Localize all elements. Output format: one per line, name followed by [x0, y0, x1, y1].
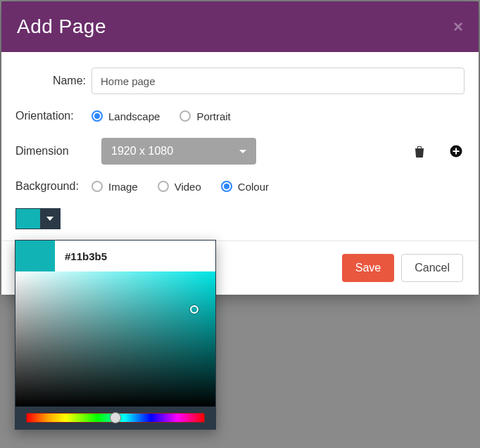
orientation-label: Orientation:: [15, 110, 91, 122]
color-swatch: [16, 209, 40, 229]
radio-dot-icon: [179, 110, 191, 122]
hue-slider-wrap: [15, 407, 215, 429]
dimension-select[interactable]: 1920 x 1080: [101, 138, 256, 165]
color-swatch-trigger[interactable]: [15, 208, 61, 229]
background-row: Background: Image Video Colour: [15, 180, 465, 193]
delete-dimension-button[interactable]: [411, 143, 428, 160]
radio-label: Colour: [238, 181, 269, 193]
sv-handle-icon[interactable]: [190, 305, 198, 314]
hue-handle-icon[interactable]: [110, 412, 121, 423]
orientation-landscape-radio[interactable]: Landscape: [91, 110, 160, 122]
color-picker-swatch: [15, 241, 55, 271]
svg-rect-2: [453, 151, 460, 152]
modal-title: Add Page: [17, 15, 106, 38]
swatch-dropdown-button[interactable]: [40, 209, 60, 229]
color-picker-popover: #11b3b5: [15, 240, 216, 430]
radio-label: Landscape: [108, 110, 160, 122]
orientation-group: Landscape Portrait: [91, 110, 231, 122]
save-button[interactable]: Save: [342, 254, 394, 282]
radio-dot-icon: [221, 181, 232, 192]
chevron-down-icon: [239, 150, 246, 153]
cancel-button[interactable]: Cancel: [401, 254, 463, 282]
radio-dot-icon: [158, 181, 169, 192]
add-dimension-button[interactable]: [448, 143, 465, 160]
plus-circle-icon: [450, 145, 462, 158]
modal-header: Add Page ×: [1, 1, 479, 52]
saturation-value-area[interactable]: [15, 271, 215, 407]
color-hex-value[interactable]: #11b3b5: [65, 250, 107, 262]
background-group: Image Video Colour: [91, 181, 269, 193]
swatch-row: [15, 208, 465, 229]
name-label: Name:: [15, 75, 91, 87]
background-label: Background:: [15, 180, 91, 193]
name-row: Name:: [15, 68, 465, 94]
background-colour-radio[interactable]: Colour: [221, 181, 269, 193]
orientation-row: Orientation: Landscape Portrait: [15, 110, 465, 122]
color-picker-header: #11b3b5: [15, 241, 215, 271]
radio-dot-icon: [91, 110, 103, 122]
dimension-row: Dimension 1920 x 1080: [15, 138, 465, 165]
dimension-label: Dimension: [15, 145, 91, 158]
orientation-portrait-radio[interactable]: Portrait: [179, 110, 230, 122]
trash-icon: [414, 145, 425, 158]
radio-dot-icon: [91, 181, 103, 192]
close-icon[interactable]: ×: [453, 18, 463, 35]
background-video-radio[interactable]: Video: [158, 181, 201, 193]
chevron-down-icon: [46, 217, 53, 221]
background-image-radio[interactable]: Image: [91, 181, 138, 193]
hue-slider[interactable]: [26, 413, 205, 423]
radio-label: Video: [175, 181, 201, 193]
radio-label: Portrait: [196, 110, 230, 122]
dimension-value: 1920 x 1080: [111, 145, 173, 158]
modal-body: Name: Orientation: Landscape Portrait Di…: [1, 52, 479, 241]
name-input[interactable]: [91, 68, 465, 94]
radio-label: Image: [108, 181, 138, 193]
